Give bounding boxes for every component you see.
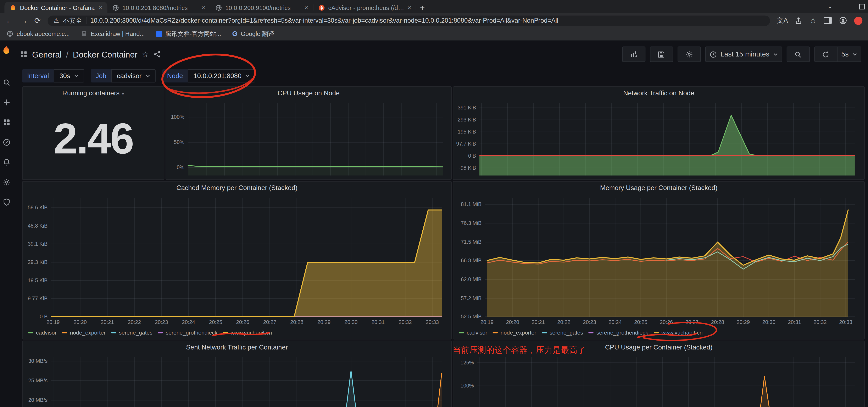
- window-controls: ⌄: [828, 0, 865, 13]
- svg-text:100%: 100%: [460, 383, 474, 388]
- svg-text:20:27: 20:27: [685, 319, 699, 325]
- profile-icon[interactable]: [839, 17, 847, 24]
- chart-network-traffic-on-node[interactable]: 391 KiB293 KiB195 KiB97.7 KiB0 B-98 KiB: [454, 100, 864, 179]
- chart-cached-memory-per-container[interactable]: 58.6 KiB48.8 KiB39.1 KiB29.3 KiB19.5 KiB…: [23, 194, 451, 326]
- legend-item[interactable]: serene_grothendieck: [158, 329, 217, 336]
- tab-close-icon[interactable]: ×: [407, 4, 411, 11]
- svg-text:9.77 KiB: 9.77 KiB: [28, 295, 48, 301]
- alerting-bell-icon[interactable]: [2, 158, 10, 166]
- svg-text:97.7 KiB: 97.7 KiB: [456, 141, 476, 147]
- tab-close-icon[interactable]: ×: [98, 4, 102, 11]
- security-label[interactable]: 不安全: [63, 17, 82, 25]
- bookmark-item[interactable]: ebook.apecome.c...: [7, 31, 70, 37]
- chart-cpu-usage-per-container[interactable]: 125%100%75%50%25%0%20:1920:2020:2120:222…: [454, 354, 864, 407]
- dashboard-settings-button[interactable]: [677, 47, 701, 62]
- panel-title[interactable]: Network Traffic on Node: [453, 87, 864, 99]
- panel-title[interactable]: CPU Usage on Node: [166, 87, 451, 99]
- zoom-out-button[interactable]: [786, 47, 810, 62]
- add-panel-button[interactable]: [622, 47, 645, 62]
- share-dashboard-icon[interactable]: [153, 51, 161, 58]
- svg-text:20:22: 20:22: [557, 319, 570, 325]
- browser-tab-metrics-201[interactable]: 10.0.0.201:8080/metrics ×: [107, 2, 210, 13]
- configuration-gear-icon[interactable]: [2, 178, 10, 186]
- legend-item[interactable]: serene_gates: [111, 329, 153, 336]
- svg-text:20:21: 20:21: [101, 319, 114, 325]
- svg-text:75%: 75%: [463, 406, 474, 407]
- new-tab-button[interactable]: +: [416, 2, 429, 13]
- search-icon[interactable]: [2, 79, 10, 86]
- browser-tab-grafana[interactable]: Docker Container - Grafana ×: [4, 2, 107, 13]
- save-dashboard-button[interactable]: [650, 47, 673, 62]
- legend-item[interactable]: serene_grothendieck: [589, 329, 648, 336]
- tab-close-icon[interactable]: ×: [305, 4, 309, 11]
- share-icon[interactable]: [795, 17, 802, 24]
- chart-sent-network-traffic-per-container[interactable]: 30 MB/s25 MB/s20 MB/s15 MB/s10 MB/s5 MB/…: [23, 354, 451, 407]
- bookmark-item[interactable]: 腾讯文档-官方网站...: [156, 30, 221, 38]
- svg-text:25 MB/s: 25 MB/s: [28, 378, 48, 383]
- variable-value-dropdown[interactable]: cadvisor: [112, 69, 156, 82]
- variable-value-dropdown[interactable]: 30s: [54, 69, 84, 82]
- side-panel-icon[interactable]: [824, 17, 832, 24]
- legend-item[interactable]: node_exporter: [493, 329, 536, 336]
- bookmark-item[interactable]: G Google 翻译: [232, 30, 274, 38]
- admin-shield-icon[interactable]: [2, 198, 10, 206]
- svg-text:76.3 MiB: 76.3 MiB: [461, 220, 482, 226]
- panel-network-traffic-on-node: Network Traffic on Node 391 KiB293 KiB19…: [453, 86, 865, 180]
- bookmark-star-icon[interactable]: ☆: [809, 16, 816, 25]
- chart-memory-usage-per-container[interactable]: 81.1 MiB76.3 MiB71.5 MiB66.8 MiB62.0 MiB…: [454, 194, 864, 326]
- tab-close-icon[interactable]: ×: [202, 4, 206, 11]
- browser-tab-metrics-200[interactable]: 10.0.0.200:9100/metrics ×: [210, 2, 313, 13]
- legend-item[interactable]: www.yuchaoit.cn: [223, 329, 272, 336]
- favorite-star-icon[interactable]: ☆: [142, 50, 149, 59]
- profile-avatar[interactable]: [854, 17, 862, 25]
- panel-title[interactable]: Running containers▾: [23, 87, 164, 99]
- bookmark-item[interactable]: Excalidraw | Hand...: [81, 31, 145, 37]
- svg-text:20:29: 20:29: [317, 319, 331, 325]
- tab-search-icon[interactable]: ⌄: [828, 4, 832, 9]
- breadcrumb: General / Docker Container ☆: [20, 50, 161, 59]
- panel-cached-memory-per-container: Cached Memory per Container (Stacked) 58…: [22, 181, 452, 340]
- translate-icon[interactable]: 文A: [777, 16, 788, 25]
- grafana-logo[interactable]: [2, 46, 11, 55]
- svg-text:20:26: 20:26: [660, 319, 673, 325]
- panel-running-containers: Running containers▾ 2.46: [22, 86, 164, 180]
- panel-title[interactable]: Memory Usage per Container (Stacked): [453, 182, 864, 194]
- svg-text:20:30: 20:30: [762, 319, 775, 325]
- refresh-button[interactable]: [814, 47, 837, 62]
- browser-tab-cadvisor[interactable]: cAdvisor - prometheus (/dock... ×: [313, 2, 416, 13]
- refresh-controls: 5s: [814, 47, 861, 62]
- svg-text:71.5 MiB: 71.5 MiB: [461, 239, 482, 245]
- warning-icon: ⚠: [54, 17, 59, 24]
- dashboards-icon[interactable]: [2, 119, 10, 126]
- maximize-icon[interactable]: [859, 4, 865, 9]
- refresh-interval-select[interactable]: 5s: [837, 47, 861, 62]
- chart-cpu-usage-on-node[interactable]: 100%50%0%: [166, 100, 451, 179]
- url-text[interactable]: 10.0.0.200:3000/d/4dMaCsRZz/docker-conta…: [90, 17, 558, 24]
- screen: Docker Container - Grafana × 10.0.0.201:…: [0, 0, 868, 407]
- address-bar[interactable]: ⚠ 不安全 10.0.0.200:3000/d/4dMaCsRZz/docker…: [48, 15, 770, 26]
- explore-compass-icon[interactable]: [2, 139, 10, 146]
- back-icon[interactable]: ←: [6, 17, 13, 24]
- time-range-picker[interactable]: Last 15 minutes: [705, 47, 782, 62]
- svg-text:20:25: 20:25: [209, 319, 222, 325]
- legend-item[interactable]: serene_gates: [542, 329, 583, 336]
- legend-item[interactable]: cadvisor: [28, 329, 57, 336]
- variable-value-dropdown[interactable]: 10.0.0.201:8080: [188, 69, 255, 82]
- forward-icon[interactable]: →: [20, 17, 28, 24]
- chart-legend: cadvisornode_exporterserene_gatesserene_…: [28, 327, 448, 338]
- panel-menu-caret-icon[interactable]: ▾: [122, 91, 124, 96]
- breadcrumb-section[interactable]: General: [32, 50, 62, 59]
- svg-text:20:24: 20:24: [609, 319, 622, 325]
- page-favicon: [215, 4, 222, 11]
- panel-title[interactable]: Sent Network Traffic per Container: [23, 341, 451, 353]
- stat-value: 2.46: [23, 100, 164, 177]
- reload-icon[interactable]: ⟳: [34, 17, 41, 24]
- minimize-icon[interactable]: [843, 6, 848, 7]
- legend-item[interactable]: node_exporter: [62, 329, 105, 336]
- legend-item[interactable]: www.yuchaoit.cn: [654, 329, 703, 336]
- svg-text:20:23: 20:23: [583, 319, 596, 325]
- legend-item[interactable]: cadvisor: [459, 329, 487, 336]
- panel-title[interactable]: CPU Usage per Container (Stacked): [453, 341, 864, 353]
- create-plus-icon[interactable]: [2, 99, 10, 106]
- panel-title[interactable]: Cached Memory per Container (Stacked): [23, 182, 451, 194]
